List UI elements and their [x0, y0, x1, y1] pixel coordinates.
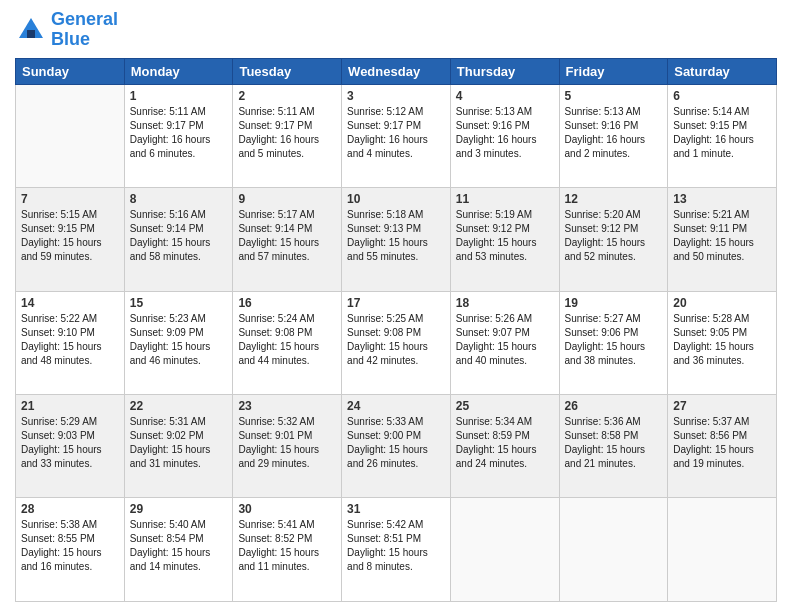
day-number: 20	[673, 296, 771, 310]
day-number: 12	[565, 192, 663, 206]
day-number: 28	[21, 502, 119, 516]
day-info: Sunrise: 5:16 AM Sunset: 9:14 PM Dayligh…	[130, 208, 228, 264]
day-info: Sunrise: 5:13 AM Sunset: 9:16 PM Dayligh…	[456, 105, 554, 161]
day-info: Sunrise: 5:11 AM Sunset: 9:17 PM Dayligh…	[238, 105, 336, 161]
day-info: Sunrise: 5:26 AM Sunset: 9:07 PM Dayligh…	[456, 312, 554, 368]
day-number: 9	[238, 192, 336, 206]
day-number: 5	[565, 89, 663, 103]
day-number: 30	[238, 502, 336, 516]
day-cell: 6Sunrise: 5:14 AM Sunset: 9:15 PM Daylig…	[668, 84, 777, 187]
day-number: 23	[238, 399, 336, 413]
day-info: Sunrise: 5:38 AM Sunset: 8:55 PM Dayligh…	[21, 518, 119, 574]
day-info: Sunrise: 5:12 AM Sunset: 9:17 PM Dayligh…	[347, 105, 445, 161]
day-number: 17	[347, 296, 445, 310]
day-info: Sunrise: 5:22 AM Sunset: 9:10 PM Dayligh…	[21, 312, 119, 368]
day-cell: 9Sunrise: 5:17 AM Sunset: 9:14 PM Daylig…	[233, 188, 342, 291]
day-number: 16	[238, 296, 336, 310]
col-header-thursday: Thursday	[450, 58, 559, 84]
logo-icon	[15, 14, 47, 46]
svg-rect-1	[27, 30, 35, 38]
day-cell: 2Sunrise: 5:11 AM Sunset: 9:17 PM Daylig…	[233, 84, 342, 187]
day-info: Sunrise: 5:11 AM Sunset: 9:17 PM Dayligh…	[130, 105, 228, 161]
col-header-saturday: Saturday	[668, 58, 777, 84]
day-number: 18	[456, 296, 554, 310]
week-row-1: 1Sunrise: 5:11 AM Sunset: 9:17 PM Daylig…	[16, 84, 777, 187]
day-info: Sunrise: 5:42 AM Sunset: 8:51 PM Dayligh…	[347, 518, 445, 574]
day-cell: 7Sunrise: 5:15 AM Sunset: 9:15 PM Daylig…	[16, 188, 125, 291]
day-info: Sunrise: 5:40 AM Sunset: 8:54 PM Dayligh…	[130, 518, 228, 574]
day-cell: 10Sunrise: 5:18 AM Sunset: 9:13 PM Dayli…	[342, 188, 451, 291]
day-number: 11	[456, 192, 554, 206]
day-number: 21	[21, 399, 119, 413]
day-cell	[16, 84, 125, 187]
col-header-monday: Monday	[124, 58, 233, 84]
col-header-sunday: Sunday	[16, 58, 125, 84]
logo: General Blue	[15, 10, 118, 50]
day-info: Sunrise: 5:41 AM Sunset: 8:52 PM Dayligh…	[238, 518, 336, 574]
day-number: 26	[565, 399, 663, 413]
day-info: Sunrise: 5:32 AM Sunset: 9:01 PM Dayligh…	[238, 415, 336, 471]
day-cell: 3Sunrise: 5:12 AM Sunset: 9:17 PM Daylig…	[342, 84, 451, 187]
day-info: Sunrise: 5:34 AM Sunset: 8:59 PM Dayligh…	[456, 415, 554, 471]
day-info: Sunrise: 5:20 AM Sunset: 9:12 PM Dayligh…	[565, 208, 663, 264]
day-cell	[559, 498, 668, 602]
day-cell: 17Sunrise: 5:25 AM Sunset: 9:08 PM Dayli…	[342, 291, 451, 394]
day-cell: 18Sunrise: 5:26 AM Sunset: 9:07 PM Dayli…	[450, 291, 559, 394]
day-number: 31	[347, 502, 445, 516]
day-cell: 21Sunrise: 5:29 AM Sunset: 9:03 PM Dayli…	[16, 395, 125, 498]
day-number: 29	[130, 502, 228, 516]
day-cell	[668, 498, 777, 602]
day-number: 8	[130, 192, 228, 206]
day-cell: 12Sunrise: 5:20 AM Sunset: 9:12 PM Dayli…	[559, 188, 668, 291]
day-number: 25	[456, 399, 554, 413]
day-info: Sunrise: 5:33 AM Sunset: 9:00 PM Dayligh…	[347, 415, 445, 471]
day-info: Sunrise: 5:24 AM Sunset: 9:08 PM Dayligh…	[238, 312, 336, 368]
week-row-2: 7Sunrise: 5:15 AM Sunset: 9:15 PM Daylig…	[16, 188, 777, 291]
day-cell: 16Sunrise: 5:24 AM Sunset: 9:08 PM Dayli…	[233, 291, 342, 394]
day-cell: 31Sunrise: 5:42 AM Sunset: 8:51 PM Dayli…	[342, 498, 451, 602]
column-headers: SundayMondayTuesdayWednesdayThursdayFrid…	[16, 58, 777, 84]
day-cell: 8Sunrise: 5:16 AM Sunset: 9:14 PM Daylig…	[124, 188, 233, 291]
day-cell: 5Sunrise: 5:13 AM Sunset: 9:16 PM Daylig…	[559, 84, 668, 187]
day-cell: 19Sunrise: 5:27 AM Sunset: 9:06 PM Dayli…	[559, 291, 668, 394]
day-cell: 20Sunrise: 5:28 AM Sunset: 9:05 PM Dayli…	[668, 291, 777, 394]
day-cell: 1Sunrise: 5:11 AM Sunset: 9:17 PM Daylig…	[124, 84, 233, 187]
day-number: 14	[21, 296, 119, 310]
day-cell: 28Sunrise: 5:38 AM Sunset: 8:55 PM Dayli…	[16, 498, 125, 602]
day-cell: 15Sunrise: 5:23 AM Sunset: 9:09 PM Dayli…	[124, 291, 233, 394]
col-header-wednesday: Wednesday	[342, 58, 451, 84]
day-number: 3	[347, 89, 445, 103]
day-info: Sunrise: 5:14 AM Sunset: 9:15 PM Dayligh…	[673, 105, 771, 161]
day-cell: 26Sunrise: 5:36 AM Sunset: 8:58 PM Dayli…	[559, 395, 668, 498]
day-cell: 14Sunrise: 5:22 AM Sunset: 9:10 PM Dayli…	[16, 291, 125, 394]
day-number: 6	[673, 89, 771, 103]
day-number: 24	[347, 399, 445, 413]
day-number: 22	[130, 399, 228, 413]
day-number: 2	[238, 89, 336, 103]
day-cell: 22Sunrise: 5:31 AM Sunset: 9:02 PM Dayli…	[124, 395, 233, 498]
day-number: 4	[456, 89, 554, 103]
day-info: Sunrise: 5:25 AM Sunset: 9:08 PM Dayligh…	[347, 312, 445, 368]
day-info: Sunrise: 5:18 AM Sunset: 9:13 PM Dayligh…	[347, 208, 445, 264]
day-cell: 27Sunrise: 5:37 AM Sunset: 8:56 PM Dayli…	[668, 395, 777, 498]
day-info: Sunrise: 5:31 AM Sunset: 9:02 PM Dayligh…	[130, 415, 228, 471]
day-number: 7	[21, 192, 119, 206]
day-info: Sunrise: 5:23 AM Sunset: 9:09 PM Dayligh…	[130, 312, 228, 368]
day-cell: 30Sunrise: 5:41 AM Sunset: 8:52 PM Dayli…	[233, 498, 342, 602]
col-header-friday: Friday	[559, 58, 668, 84]
day-cell: 29Sunrise: 5:40 AM Sunset: 8:54 PM Dayli…	[124, 498, 233, 602]
page: General Blue SundayMondayTuesdayWednesda…	[0, 0, 792, 612]
logo-text: General Blue	[51, 10, 118, 50]
day-info: Sunrise: 5:17 AM Sunset: 9:14 PM Dayligh…	[238, 208, 336, 264]
day-number: 19	[565, 296, 663, 310]
day-info: Sunrise: 5:21 AM Sunset: 9:11 PM Dayligh…	[673, 208, 771, 264]
week-row-3: 14Sunrise: 5:22 AM Sunset: 9:10 PM Dayli…	[16, 291, 777, 394]
day-cell: 13Sunrise: 5:21 AM Sunset: 9:11 PM Dayli…	[668, 188, 777, 291]
day-cell: 4Sunrise: 5:13 AM Sunset: 9:16 PM Daylig…	[450, 84, 559, 187]
calendar-table: SundayMondayTuesdayWednesdayThursdayFrid…	[15, 58, 777, 602]
day-cell: 25Sunrise: 5:34 AM Sunset: 8:59 PM Dayli…	[450, 395, 559, 498]
day-cell: 23Sunrise: 5:32 AM Sunset: 9:01 PM Dayli…	[233, 395, 342, 498]
day-number: 13	[673, 192, 771, 206]
day-number: 15	[130, 296, 228, 310]
day-info: Sunrise: 5:13 AM Sunset: 9:16 PM Dayligh…	[565, 105, 663, 161]
